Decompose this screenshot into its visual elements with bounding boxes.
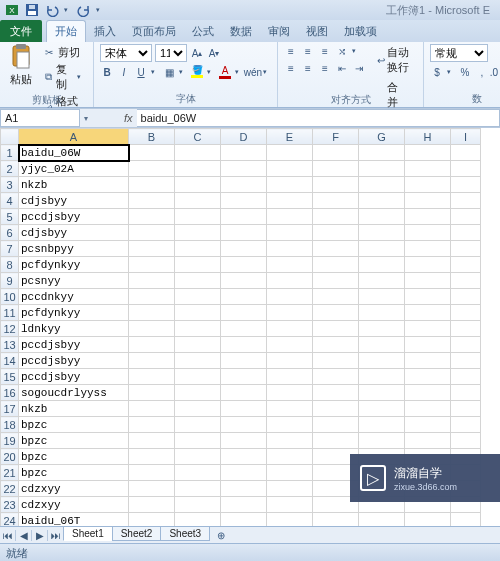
row-header-4[interactable]: 4 <box>1 193 19 209</box>
cell-C14[interactable] <box>175 353 221 369</box>
cell-E10[interactable] <box>267 289 313 305</box>
cell-H18[interactable] <box>405 417 451 433</box>
paste-button[interactable]: 粘贴 <box>6 44 35 87</box>
align-top-icon[interactable]: ≡ <box>284 44 298 58</box>
cell-D4[interactable] <box>221 193 267 209</box>
cell-B17[interactable] <box>129 401 175 417</box>
tab-review[interactable]: 审阅 <box>260 21 298 42</box>
cell-F5[interactable] <box>313 209 359 225</box>
cell-I16[interactable] <box>451 385 481 401</box>
cell-E8[interactable] <box>267 257 313 273</box>
cell-C2[interactable] <box>175 161 221 177</box>
cell-D5[interactable] <box>221 209 267 225</box>
cell-H10[interactable] <box>405 289 451 305</box>
cell-H5[interactable] <box>405 209 451 225</box>
cell-G5[interactable] <box>359 209 405 225</box>
cell-F18[interactable] <box>313 417 359 433</box>
cell-B22[interactable] <box>129 481 175 497</box>
cell-G11[interactable] <box>359 305 405 321</box>
col-header-A[interactable]: A <box>19 129 129 145</box>
cell-I2[interactable] <box>451 161 481 177</box>
cell-E24[interactable] <box>267 513 313 527</box>
cell-D22[interactable] <box>221 481 267 497</box>
tab-formulas[interactable]: 公式 <box>184 21 222 42</box>
cell-F12[interactable] <box>313 321 359 337</box>
cell-D14[interactable] <box>221 353 267 369</box>
fill-color-button[interactable]: 🪣 <box>190 65 204 79</box>
cell-F4[interactable] <box>313 193 359 209</box>
col-header-G[interactable]: G <box>359 129 405 145</box>
cell-B10[interactable] <box>129 289 175 305</box>
cell-A1[interactable]: baidu_06W <box>19 145 129 161</box>
row-header-23[interactable]: 23 <box>1 497 19 513</box>
font-color-button[interactable]: A <box>218 65 232 79</box>
row-header-9[interactable]: 9 <box>1 273 19 289</box>
cell-G24[interactable] <box>359 513 405 527</box>
cell-A20[interactable]: bpzc <box>19 449 129 465</box>
tab-pagelayout[interactable]: 页面布局 <box>124 21 184 42</box>
cell-B24[interactable] <box>129 513 175 527</box>
row-header-12[interactable]: 12 <box>1 321 19 337</box>
cell-D23[interactable] <box>221 497 267 513</box>
border-button[interactable]: ▦ <box>162 65 176 79</box>
cell-A19[interactable]: bpzc <box>19 433 129 449</box>
row-header-14[interactable]: 14 <box>1 353 19 369</box>
tab-addins[interactable]: 加载项 <box>336 21 385 42</box>
cell-D21[interactable] <box>221 465 267 481</box>
col-header-H[interactable]: H <box>405 129 451 145</box>
sheet-nav-prev-icon[interactable]: ◀ <box>16 530 32 541</box>
row-header-21[interactable]: 21 <box>1 465 19 481</box>
new-sheet-icon[interactable]: ⊕ <box>214 528 228 542</box>
row-header-20[interactable]: 20 <box>1 449 19 465</box>
cell-D13[interactable] <box>221 337 267 353</box>
row-header-13[interactable]: 13 <box>1 337 19 353</box>
cell-B20[interactable] <box>129 449 175 465</box>
cell-A8[interactable]: pcfdynkyy <box>19 257 129 273</box>
row-header-15[interactable]: 15 <box>1 369 19 385</box>
cell-B21[interactable] <box>129 465 175 481</box>
cell-A14[interactable]: pccdjsbyy <box>19 353 129 369</box>
cell-C1[interactable] <box>175 145 221 161</box>
cell-G17[interactable] <box>359 401 405 417</box>
cell-E16[interactable] <box>267 385 313 401</box>
col-header-B[interactable]: B <box>129 129 175 145</box>
copy-button[interactable]: ⧉复制▾ <box>39 61 87 93</box>
cell-A3[interactable]: nkzb <box>19 177 129 193</box>
cell-G4[interactable] <box>359 193 405 209</box>
cell-C20[interactable] <box>175 449 221 465</box>
cell-B9[interactable] <box>129 273 175 289</box>
shrink-font-icon[interactable]: A▾ <box>207 46 221 60</box>
col-header-I[interactable]: I <box>451 129 481 145</box>
row-header-17[interactable]: 17 <box>1 401 19 417</box>
row-header-19[interactable]: 19 <box>1 433 19 449</box>
cell-H24[interactable] <box>405 513 451 527</box>
cell-C11[interactable] <box>175 305 221 321</box>
cell-A11[interactable]: pcfdynkyy <box>19 305 129 321</box>
cell-C6[interactable] <box>175 225 221 241</box>
col-header-C[interactable]: C <box>175 129 221 145</box>
cell-C13[interactable] <box>175 337 221 353</box>
cell-D16[interactable] <box>221 385 267 401</box>
row-header-16[interactable]: 16 <box>1 385 19 401</box>
cell-H14[interactable] <box>405 353 451 369</box>
cell-A24[interactable]: baidu_06T <box>19 513 129 527</box>
cell-D19[interactable] <box>221 433 267 449</box>
cell-G14[interactable] <box>359 353 405 369</box>
cell-I17[interactable] <box>451 401 481 417</box>
cell-C3[interactable] <box>175 177 221 193</box>
underline-button[interactable]: U <box>134 65 148 79</box>
cell-C8[interactable] <box>175 257 221 273</box>
cell-B18[interactable] <box>129 417 175 433</box>
cell-D10[interactable] <box>221 289 267 305</box>
cell-G7[interactable] <box>359 241 405 257</box>
cell-D7[interactable] <box>221 241 267 257</box>
undo-icon[interactable] <box>44 2 60 18</box>
row-header-24[interactable]: 24 <box>1 513 19 527</box>
cell-D2[interactable] <box>221 161 267 177</box>
bold-button[interactable]: B <box>100 65 114 79</box>
cell-A17[interactable]: nkzb <box>19 401 129 417</box>
cell-A15[interactable]: pccdjsbyy <box>19 369 129 385</box>
cell-G15[interactable] <box>359 369 405 385</box>
row-header-6[interactable]: 6 <box>1 225 19 241</box>
row-header-22[interactable]: 22 <box>1 481 19 497</box>
